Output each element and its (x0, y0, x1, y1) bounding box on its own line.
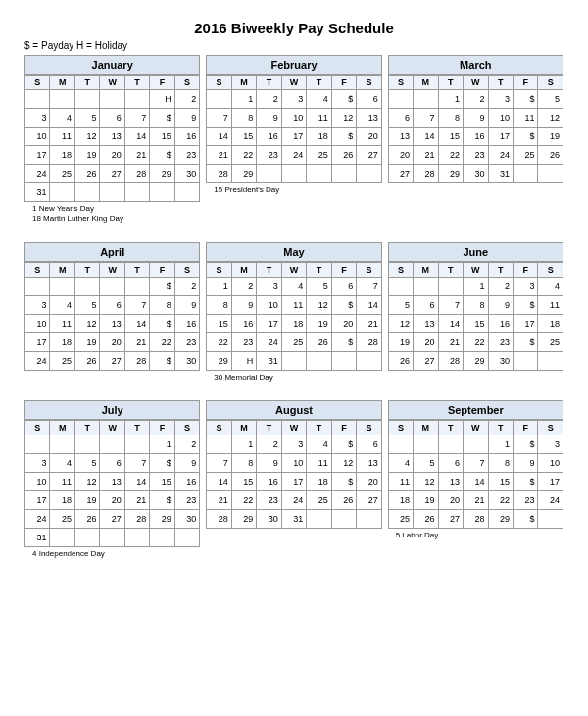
day-cell: 14 (414, 128, 438, 146)
day-cell (438, 435, 463, 454)
day-cell: 21 (438, 332, 463, 351)
day-cell: 15 (488, 473, 513, 491)
day-cell: 22 (231, 491, 256, 510)
day-cell: 9 (257, 454, 281, 473)
day-cell: 29 (150, 510, 174, 529)
dow-header: F (150, 421, 174, 435)
day-cell (414, 435, 438, 454)
day-cell: 26 (331, 146, 356, 165)
legend: $ = Payday H = Holiday (24, 40, 564, 51)
day-cell: 2 (464, 90, 488, 109)
day-cell (100, 529, 124, 547)
day-cell: 18 (307, 473, 331, 491)
day-cell: 30 (257, 510, 281, 529)
dow-header: F (514, 262, 538, 277)
day-cell: 6 (438, 454, 463, 473)
dow-header: S (357, 262, 382, 277)
day-cell (74, 90, 99, 109)
month-may: MaySMTWTFS123456789101112$14151617181920… (206, 242, 381, 383)
day-cell: 8 (231, 109, 256, 128)
day-cell: 22 (438, 146, 463, 165)
day-cell: 15 (207, 314, 231, 332)
day-cell: 17 (538, 473, 564, 491)
day-cell: 25 (514, 146, 538, 165)
day-cell: 4 (281, 277, 306, 295)
day-cell (74, 529, 99, 547)
day-cell: 23 (257, 491, 281, 510)
day-cell: 5 (307, 277, 331, 295)
day-cell: $ (514, 473, 538, 491)
day-cell: 22 (207, 332, 231, 351)
day-cell: 23 (174, 491, 200, 510)
day-cell: 9 (464, 109, 488, 128)
day-cell: 1 (488, 435, 513, 454)
day-cell (50, 277, 74, 295)
day-cell: 8 (438, 109, 463, 128)
day-cell: $ (150, 314, 174, 332)
day-cell: 13 (100, 314, 124, 332)
day-cell: 1 (438, 90, 463, 109)
day-cell: 3 (257, 277, 281, 295)
day-cell: 17 (281, 128, 306, 146)
day-cell: 16 (488, 314, 513, 332)
day-cell: 21 (124, 146, 149, 165)
day-cell: 15 (438, 128, 463, 146)
day-cell: 10 (281, 109, 306, 128)
day-cell: 13 (438, 473, 463, 491)
day-cell: 8 (488, 454, 513, 473)
day-cell: 21 (124, 491, 149, 510)
day-cell: 16 (174, 128, 200, 146)
day-cell: 25 (307, 146, 331, 165)
day-cell: 19 (388, 332, 413, 351)
dow-header: T (74, 76, 99, 90)
day-cell: 9 (231, 295, 256, 314)
day-cell (307, 510, 331, 529)
day-cell: 7 (414, 109, 438, 128)
dow-header: T (257, 421, 281, 435)
day-cell: 8 (150, 295, 174, 314)
dow-header: T (74, 421, 99, 435)
day-cell: 6 (100, 295, 124, 314)
day-cell: $ (331, 295, 356, 314)
dow-header: T (438, 76, 463, 90)
day-cell: 18 (50, 332, 74, 351)
day-cell (74, 183, 99, 202)
day-cell (414, 90, 438, 109)
day-cell: 17 (25, 491, 50, 510)
day-cell: 2 (174, 277, 200, 295)
day-cell: 27 (100, 165, 124, 183)
day-cell: 7 (357, 277, 382, 295)
day-cell: 16 (174, 314, 200, 332)
day-cell: 2 (488, 277, 513, 295)
day-cell: 4 (388, 454, 413, 473)
day-cell: 27 (357, 491, 382, 510)
dow-header: F (331, 76, 356, 90)
day-cell (124, 90, 149, 109)
day-cell: 20 (100, 146, 124, 165)
day-cell: 3 (488, 90, 513, 109)
day-cell: 17 (281, 473, 306, 491)
day-cell: 25 (281, 332, 306, 351)
day-cell: $ (150, 491, 174, 510)
dow-header: T (307, 76, 331, 90)
dow-header: T (488, 421, 513, 435)
day-cell (74, 277, 99, 295)
day-cell: 24 (25, 165, 50, 183)
day-cell: 9 (257, 109, 281, 128)
month-august: AugustSMTWTFS1234$6789101112131415161718… (206, 400, 381, 559)
dow-header: S (25, 262, 50, 277)
day-cell: 17 (514, 314, 538, 332)
day-cell (414, 277, 438, 295)
dow-header: M (50, 76, 74, 90)
day-cell: 15 (150, 473, 174, 491)
day-cell: 5 (388, 295, 413, 314)
day-cell: 31 (281, 510, 306, 529)
day-cell: 26 (307, 332, 331, 351)
day-cell: 14 (207, 128, 231, 146)
dow-header: S (538, 262, 564, 277)
day-cell: 1 (207, 277, 231, 295)
day-cell: 31 (488, 165, 513, 183)
day-cell: 13 (357, 109, 382, 128)
dow-header: S (25, 76, 50, 90)
day-cell: 1 (150, 435, 174, 454)
